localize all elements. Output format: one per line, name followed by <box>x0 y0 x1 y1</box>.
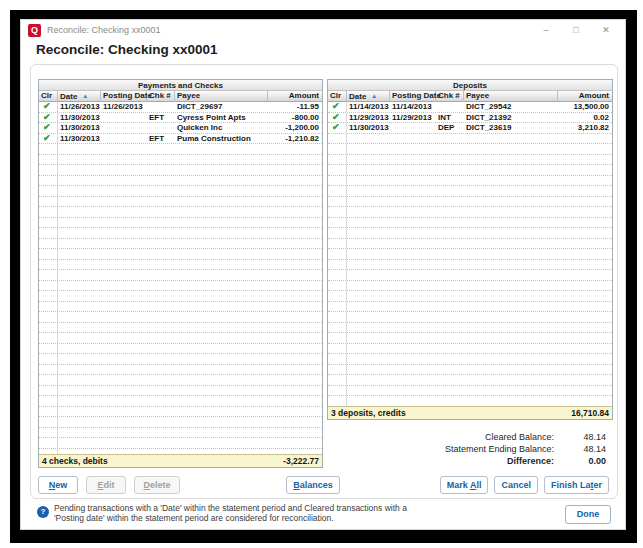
cell-payee: DICT_23619 <box>464 123 558 133</box>
empty-cell <box>347 239 612 249</box>
empty-row <box>328 186 612 197</box>
empty-clr-cell <box>328 333 347 343</box>
empty-row <box>39 144 322 155</box>
empty-row <box>328 176 612 187</box>
cleared-checkmark-icon[interactable]: ✔ <box>328 113 347 123</box>
empty-row <box>328 312 612 323</box>
done-button[interactable]: Done <box>565 505 611 524</box>
cancel-button[interactable]: Cancel <box>494 476 538 494</box>
column-header-amount[interactable]: Amount <box>558 91 612 102</box>
minimize-icon[interactable]: – <box>541 25 551 35</box>
delete-button[interactable]: Delete <box>134 476 180 494</box>
empty-clr-cell <box>39 438 58 448</box>
empty-clr-cell <box>328 375 347 385</box>
column-header-posting-date[interactable]: Posting Date <box>101 91 147 102</box>
cleared-checkmark-icon[interactable]: ✔ <box>39 123 58 133</box>
column-header-label: Chk # <box>149 91 171 100</box>
transaction-row[interactable]: ✔11/29/201311/29/2013INTDICT_213920.02 <box>328 113 612 124</box>
transaction-row[interactable]: ✔11/30/2013EFTPuma Construction-1,210.82 <box>39 134 322 145</box>
empty-row <box>39 155 322 166</box>
transaction-row[interactable]: ✔11/30/2013Quicken Inc-1,200.00 <box>39 123 322 134</box>
cell-payee: DICT_29542 <box>464 102 558 112</box>
cleared-checkmark-icon[interactable]: ✔ <box>328 102 347 112</box>
column-header-date[interactable]: Date▲ <box>347 91 390 102</box>
cell-posting-date: 11/26/2013 <box>101 102 147 112</box>
column-header-label: Amount <box>289 91 319 100</box>
empty-row <box>39 323 322 334</box>
cleared-checkmark-icon[interactable]: ✔ <box>328 123 347 133</box>
empty-row <box>39 396 322 407</box>
cleared-balance-row: Cleared Balance: 48.14 <box>376 431 606 443</box>
empty-clr-cell <box>328 344 347 354</box>
empty-cell <box>58 302 322 312</box>
column-header-label: Date <box>349 92 366 101</box>
empty-cell <box>58 407 322 417</box>
column-header-payee[interactable]: Payee <box>464 91 558 102</box>
column-header-chk[interactable]: Chk # <box>436 91 464 102</box>
mark-all-button[interactable]: Mark All <box>440 476 489 494</box>
cell-amount: -800.00 <box>268 113 322 123</box>
column-header-payee[interactable]: Payee <box>175 91 268 102</box>
maximize-icon[interactable]: □ <box>571 25 581 35</box>
empty-row <box>328 144 612 155</box>
cleared-checkmark-icon[interactable]: ✔ <box>39 102 58 112</box>
cell-payee: Puma Construction <box>175 134 268 144</box>
empty-clr-cell <box>328 354 347 364</box>
column-header-posting-date[interactable]: Posting Date <box>390 91 436 102</box>
summary-bar: 4 checks, debits-3,222.77 <box>39 454 322 467</box>
empty-clr-cell <box>39 176 58 186</box>
empty-clr-cell <box>39 270 58 280</box>
column-header-amount[interactable]: Amount <box>268 91 322 102</box>
cleared-checkmark-icon[interactable]: ✔ <box>39 134 58 144</box>
empty-cell <box>58 365 322 375</box>
empty-cell <box>58 323 322 333</box>
empty-clr-cell <box>39 323 58 333</box>
balances-button[interactable]: Balances <box>286 476 340 494</box>
empty-clr-cell <box>39 207 58 217</box>
empty-clr-cell <box>39 165 58 175</box>
column-header-label: Clr <box>330 91 341 100</box>
empty-clr-cell <box>328 270 347 280</box>
transaction-row[interactable]: ✔11/26/201311/26/2013DICT_29697-11.95 <box>39 102 322 113</box>
empty-cell <box>347 176 612 186</box>
footer-note: Pending transactions with a 'Date' withi… <box>54 504 407 523</box>
cell-chk-number: EFT <box>147 113 175 123</box>
empty-clr-cell <box>328 197 347 207</box>
empty-clr-cell <box>39 249 58 259</box>
cell-amount: -1,200.00 <box>268 123 322 133</box>
transaction-row[interactable]: ✔11/30/2013DEPDICT_236193,210.82 <box>328 123 612 134</box>
statement-ending-balance-value: 48.14 <box>554 443 606 455</box>
empty-row <box>328 228 612 239</box>
transaction-row[interactable]: ✔11/30/2013EFTCyress Point Apts-800.00 <box>39 113 322 124</box>
empty-cell <box>347 165 612 175</box>
column-header-clr[interactable]: Clr <box>39 91 58 102</box>
empty-row <box>328 218 612 229</box>
close-icon[interactable]: ✕ <box>601 25 611 35</box>
empty-clr-cell <box>328 239 347 249</box>
new-button[interactable]: New <box>38 476 78 494</box>
edit-button[interactable]: Edit <box>86 476 126 494</box>
cell-date: 11/29/2013 <box>347 113 390 123</box>
transaction-row[interactable]: ✔11/14/201311/14/2013DICT_2954213,500.00 <box>328 102 612 113</box>
empty-cell <box>58 438 322 448</box>
empty-row <box>39 228 322 239</box>
column-header-chk[interactable]: Chk # <box>147 91 175 102</box>
window-title: Reconcile: Checking xx0001 <box>47 25 161 35</box>
column-header-date[interactable]: Date▲ <box>58 91 101 102</box>
empty-cell <box>58 396 322 406</box>
empty-row <box>39 375 322 386</box>
finish-later-button[interactable]: Finish Later <box>544 476 609 494</box>
column-header-label: Clr <box>41 91 52 100</box>
empty-clr-cell <box>39 197 58 207</box>
empty-row <box>39 270 322 281</box>
column-header-clr[interactable]: Clr <box>328 91 347 102</box>
cell-date: 11/26/2013 <box>58 102 101 112</box>
statement-ending-balance-label: Statement Ending Balance: <box>445 443 554 455</box>
cell-amount: -11.95 <box>268 102 322 112</box>
balance-summary: Cleared Balance: 48.14 Statement Ending … <box>376 431 606 467</box>
empty-clr-cell <box>328 207 347 217</box>
column-header-label: Date <box>60 92 77 101</box>
empty-row <box>39 312 322 323</box>
cleared-checkmark-icon[interactable]: ✔ <box>39 113 58 123</box>
empty-row <box>39 344 322 355</box>
